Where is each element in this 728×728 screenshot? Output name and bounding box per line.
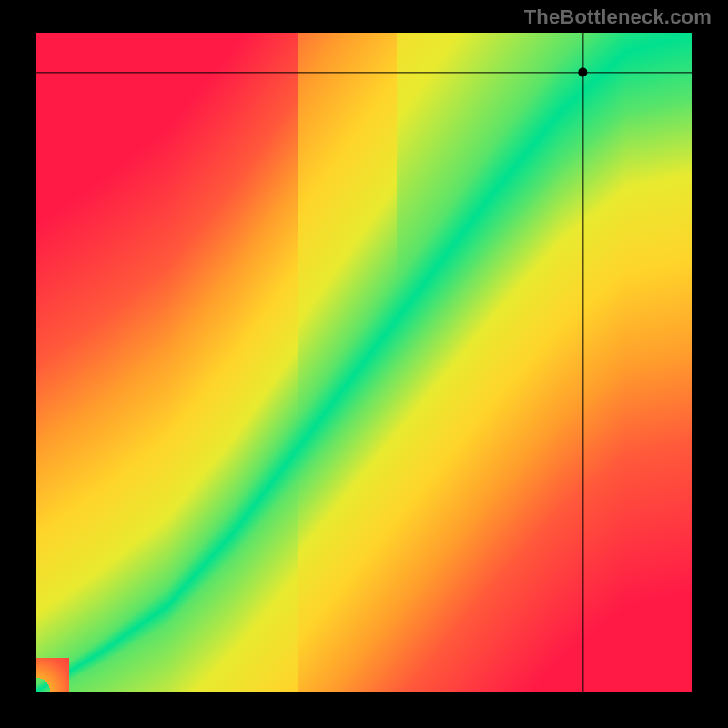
bottleneck-heatmap bbox=[36, 33, 692, 692]
attribution-text: TheBottleneck.com bbox=[524, 5, 712, 29]
plot-frame bbox=[36, 33, 692, 692]
chart-container: TheBottleneck.com bbox=[0, 0, 728, 728]
